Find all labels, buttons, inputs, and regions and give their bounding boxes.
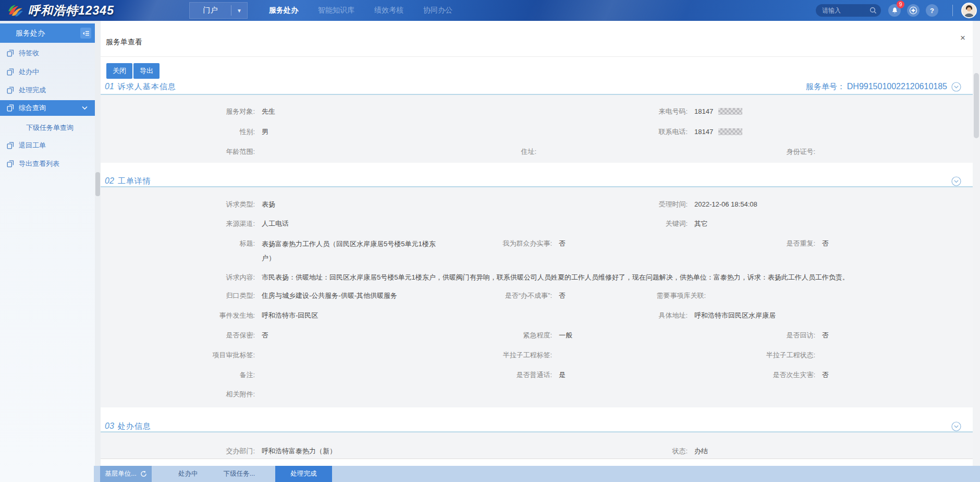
portal-label: 门户 xyxy=(190,6,231,15)
toolbar: 关闭 导出 xyxy=(106,63,160,79)
field-value: 呼和浩特市-回民区 xyxy=(262,311,318,319)
field-label: 归口类型: xyxy=(166,288,255,304)
form-field: 备注: xyxy=(166,367,262,383)
section-title: 处办信息 xyxy=(118,421,151,431)
field-value: 是 xyxy=(559,371,566,379)
divider xyxy=(101,56,973,57)
sidebar-collapse-button[interactable] xyxy=(80,28,91,39)
sidebar-item[interactable]: 综合查询 xyxy=(0,100,95,116)
apps-button[interactable] xyxy=(907,4,920,17)
sidebar-header: 服务处办 xyxy=(0,23,95,43)
order-number: 服务单号：DH9915010022120610185 xyxy=(806,82,947,92)
form-field: 半拉子工程状态: xyxy=(727,347,822,363)
form-field: 住址: xyxy=(448,144,543,160)
nav-item[interactable]: 协同办公 xyxy=(423,6,452,15)
sidebar: 服务处办 待签收处办中处理完成综合查询下级任务单查询退回工单导出查看列表 xyxy=(0,21,95,482)
section-collapse-icon[interactable] xyxy=(951,421,961,431)
notifications-button[interactable]: 9 xyxy=(888,4,901,17)
refresh-icon[interactable] xyxy=(140,471,147,477)
close-icon[interactable]: × xyxy=(960,33,965,42)
field-value: 一般 xyxy=(559,331,572,339)
sidebar-item[interactable]: 处理完成 xyxy=(0,82,95,98)
form-row: 年龄范围:住址:身份证号: xyxy=(101,144,973,160)
field-value: 否 xyxy=(822,371,829,379)
user-avatar[interactable] xyxy=(961,3,977,18)
section-collapse-icon[interactable] xyxy=(951,82,961,92)
field-value: 住房与城乡建设-公共服务-供暖-其他供暖服务 xyxy=(262,292,397,299)
field-label: 是否保密: xyxy=(166,328,255,343)
order-number-value: DH9915010022120610185 xyxy=(847,82,947,91)
sidebar-item[interactable]: 下级任务单查询 xyxy=(0,120,95,136)
global-search[interactable] xyxy=(816,4,881,17)
section-body: 服务对象:先生来电号码:18147性别:男联系电话:18147年龄范围:住址:身… xyxy=(101,94,973,163)
form-field: 是否普通话:是 xyxy=(463,367,566,383)
form-row: 备注:是否普通话:是是否次生灾害:否 xyxy=(101,367,973,383)
field-label: 联系电话: xyxy=(599,124,688,140)
help-button[interactable]: ? xyxy=(926,4,938,17)
inner-scrollbar-track[interactable] xyxy=(95,21,101,482)
field-label: 关键词: xyxy=(599,216,688,232)
bottom-tab[interactable]: 基层单位... xyxy=(100,466,152,482)
section-title: 诉求人基本信息 xyxy=(118,82,176,92)
nav-item[interactable]: 绩效考核 xyxy=(374,6,403,15)
bottom-tab[interactable]: 下级任务... xyxy=(217,466,262,482)
form-field: 需要事项库关联: xyxy=(617,288,713,304)
document-copy-icon xyxy=(7,142,14,149)
field-value: 其它 xyxy=(694,220,708,227)
logo-icon xyxy=(7,3,24,18)
inner-scrollbar-thumb[interactable] xyxy=(95,172,100,196)
field-value: 否 xyxy=(822,239,829,247)
field-label: 紧急程度: xyxy=(463,328,552,343)
field-value: 办结 xyxy=(694,447,708,455)
nav-item[interactable]: 智能知识库 xyxy=(318,6,354,15)
close-button[interactable]: 关闭 xyxy=(106,63,132,79)
form-field: 是否回访:否 xyxy=(727,328,829,343)
sidebar-item[interactable]: 待签收 xyxy=(0,45,95,61)
export-button[interactable]: 导出 xyxy=(133,63,160,79)
sidebar-item-label: 综合查询 xyxy=(19,103,46,113)
form-field: 事件发生地:呼和浩特市-回民区 xyxy=(166,308,318,323)
redacted-pixelation xyxy=(718,128,742,135)
field-label: 事件发生地: xyxy=(166,308,255,323)
field-value: 18147 xyxy=(694,128,713,136)
field-value: 否 xyxy=(822,331,829,339)
form-row: 诉求内容:市民表扬：供暖地址：回民区水岸康居5号楼5单元1楼东户，供暖阀门有异响… xyxy=(101,270,973,285)
form-field: 我为群众办实事:否 xyxy=(463,236,566,251)
search-input[interactable] xyxy=(822,7,869,14)
form-field: 归口类型:住房与城乡建设-公共服务-供暖-其他供暖服务 xyxy=(166,288,397,304)
form-field: 项目审批标签: xyxy=(166,347,262,363)
sidebar-item[interactable]: 退回工单 xyxy=(0,138,95,153)
section-number: 03 xyxy=(105,421,114,431)
work-order-panel: 服务单查看 × 关闭 导出 01诉求人基本信息服务单号：DH9915010022… xyxy=(101,21,973,466)
form-field: 是否次生灾害:否 xyxy=(727,367,829,383)
sidebar-item[interactable]: 处办中 xyxy=(0,64,95,80)
bottom-tab-label: 下级任务... xyxy=(224,469,255,478)
sidebar-item-label: 下级任务单查询 xyxy=(26,123,74,132)
form-row: 标题:表扬富泰热力工作人员（回民区水岸康居5号楼5单元1楼东户）我为群众办实事:… xyxy=(101,236,973,251)
form-field: 状态:办结 xyxy=(599,443,708,459)
field-label: 来源渠道: xyxy=(166,216,255,232)
bottom-tab-label: 基层单位... xyxy=(105,469,136,478)
field-label: 性别: xyxy=(166,124,255,140)
bottom-tab-label: 处办中 xyxy=(178,469,198,478)
page-scrollbar-track[interactable] xyxy=(973,21,980,466)
sidebar-item[interactable]: 导出查看列表 xyxy=(0,156,95,172)
portal-menu-button[interactable]: 门户 ▼ xyxy=(189,2,248,19)
form-row: 事件发生地:呼和浩特市-回民区具体地址:呼和浩特市回民区水岸康居 xyxy=(101,308,973,323)
nav-item[interactable]: 服务处办 xyxy=(269,6,298,15)
bottom-tab[interactable]: 处办中 xyxy=(165,466,212,482)
search-icon[interactable] xyxy=(869,7,877,14)
field-label: 年龄范围: xyxy=(166,144,255,160)
bottom-tab[interactable]: 处理完成 xyxy=(275,466,332,482)
chevron-down-icon[interactable]: ▼ xyxy=(231,8,247,14)
bottom-tab-bar: 基层单位...处办中下级任务...处理完成 xyxy=(94,466,980,482)
field-label: 服务对象: xyxy=(166,104,255,119)
sidebar-header-label: 服务处办 xyxy=(16,29,45,38)
form-field: 来源渠道:人工电话 xyxy=(166,216,289,232)
page-scrollbar-thumb[interactable] xyxy=(974,73,979,138)
document-copy-icon xyxy=(7,104,14,112)
field-value: 呼和浩特富泰热力（新） xyxy=(262,447,336,455)
form-field: 紧急程度:一般 xyxy=(463,328,572,343)
form-field: 性别:男 xyxy=(166,124,268,140)
section-collapse-icon[interactable] xyxy=(951,176,961,186)
